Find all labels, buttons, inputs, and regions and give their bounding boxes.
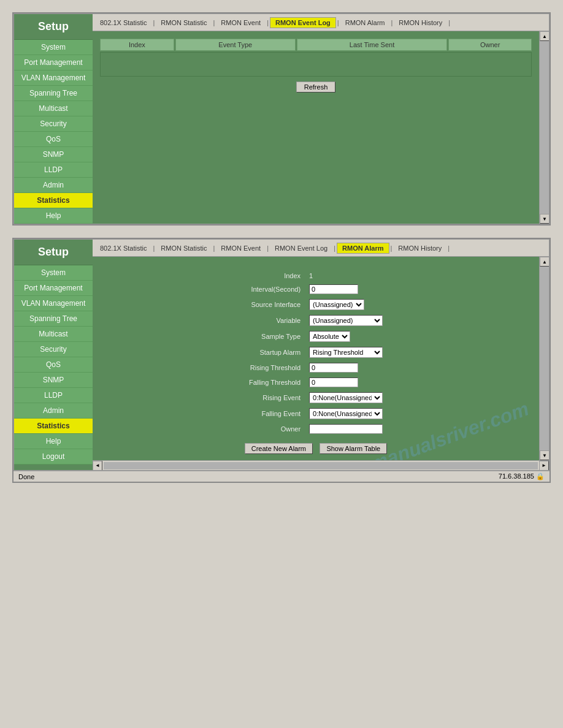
source-select[interactable]: (Unassigned) bbox=[309, 299, 364, 310]
sidebar-item-vlan-1[interactable]: VLAN Management bbox=[14, 70, 93, 86]
sidebar-item-statistics-2[interactable]: Statistics bbox=[14, 419, 93, 434]
sidebar-item-spanning-2[interactable]: Spanning Tree bbox=[14, 311, 93, 327]
sidebar-item-multicast-1[interactable]: Multicast bbox=[14, 101, 93, 116]
source-label: Source Interface bbox=[245, 297, 304, 312]
sidebar-item-system-2[interactable]: System bbox=[14, 265, 93, 281]
sidebar-item-logout-2[interactable]: Logout bbox=[14, 449, 93, 464]
sidebar-title-2: Setup bbox=[14, 240, 93, 265]
falling-thresh-input[interactable] bbox=[309, 377, 358, 387]
interval-input[interactable] bbox=[309, 284, 358, 294]
main-content-2: 802.1X Statistic | RMON Statistic | RMON… bbox=[93, 240, 549, 470]
index-label: Index bbox=[245, 270, 304, 281]
scroll-up-btn-2[interactable]: ▲ bbox=[540, 257, 549, 267]
rising-event-select[interactable]: 0:None(Unassigned) bbox=[309, 392, 383, 403]
tab-rmon-event-1[interactable]: RMON Event bbox=[216, 18, 266, 28]
variable-select[interactable]: (Unassigned) bbox=[309, 315, 383, 326]
event-log-table: Index Event Type Last Time Sent Owner bbox=[99, 37, 533, 78]
index-value: 1 bbox=[305, 270, 386, 281]
rising-thresh-label: Rising Threshold bbox=[245, 361, 304, 374]
sidebar-item-vlan-2[interactable]: VLAN Management bbox=[14, 296, 93, 311]
sidebar-item-lldp-2[interactable]: LLDP bbox=[14, 388, 93, 403]
scroll-down-btn-1[interactable]: ▼ bbox=[540, 214, 549, 224]
status-ip: 71.6.38.185 🔒 bbox=[499, 472, 545, 480]
done-text: Done bbox=[18, 473, 34, 480]
sidebar-item-multicast-2[interactable]: Multicast bbox=[14, 327, 93, 342]
refresh-button-1[interactable]: Refresh bbox=[296, 82, 336, 93]
sample-label: Sample Type bbox=[245, 329, 304, 344]
sidebar-item-port-2[interactable]: Port Management bbox=[14, 281, 93, 296]
sidebar-item-security-1[interactable]: Security bbox=[14, 116, 93, 132]
owner-label: Owner bbox=[245, 422, 304, 436]
sidebar-item-statistics-1[interactable]: Statistics bbox=[14, 193, 93, 208]
main-content-1: 802.1X Statistic | RMON Statistic | RMON… bbox=[93, 14, 549, 224]
sidebar-item-system-1[interactable]: System bbox=[14, 40, 93, 55]
tab-bar-1: 802.1X Statistic | RMON Statistic | RMON… bbox=[93, 14, 549, 31]
sidebar-item-qos-2[interactable]: QoS bbox=[14, 357, 93, 373]
h-scroll-right-btn[interactable]: ► bbox=[539, 461, 549, 471]
variable-label: Variable bbox=[245, 313, 304, 328]
sidebar-item-snmp-2[interactable]: SNMP bbox=[14, 373, 93, 388]
tab-rmon-alarm-2[interactable]: RMON Alarm bbox=[337, 243, 389, 254]
sidebar-title-1: Setup bbox=[14, 14, 93, 40]
scroll-down-btn-2[interactable]: ▼ bbox=[540, 450, 549, 460]
tab-rmon-alarm-1[interactable]: RMON Alarm bbox=[340, 18, 390, 28]
content-panel-1: Index Event Type Last Time Sent Owner Re… bbox=[93, 31, 539, 224]
sidebar-item-snmp-1[interactable]: SNMP bbox=[14, 147, 93, 162]
startup-select[interactable]: Rising Threshold bbox=[309, 347, 383, 358]
sidebar-1: Setup System Port Management VLAN Manage… bbox=[14, 14, 93, 224]
scroll-up-btn-1[interactable]: ▲ bbox=[540, 31, 549, 41]
tab-802-2[interactable]: 802.1X Statistic bbox=[95, 243, 151, 253]
create-alarm-button[interactable]: Create New Alarm bbox=[245, 443, 313, 454]
scroll-track-2[interactable] bbox=[540, 267, 549, 450]
tab-rmon-event-log-2[interactable]: RMON Event Log bbox=[270, 243, 332, 253]
scrollbar-2: ▲ ▼ bbox=[539, 257, 549, 460]
sidebar-item-help-1[interactable]: Help bbox=[14, 208, 93, 224]
sidebar-2: Setup System Port Management VLAN Manage… bbox=[14, 240, 93, 470]
sample-select[interactable]: Absolute bbox=[309, 331, 350, 342]
sidebar-item-admin-2[interactable]: Admin bbox=[14, 403, 93, 419]
h-scroll-left-btn[interactable]: ◄ bbox=[93, 461, 102, 471]
sidebar-item-admin-1[interactable]: Admin bbox=[14, 178, 93, 193]
scrollbar-1: ▲ ▼ bbox=[539, 31, 549, 224]
col-index: Index bbox=[100, 39, 174, 51]
col-owner: Owner bbox=[448, 39, 532, 51]
sidebar-item-help-2[interactable]: Help bbox=[14, 434, 93, 449]
tab-rmon-stat-2[interactable]: RMON Statistic bbox=[156, 243, 212, 253]
sidebar-item-spanning-1[interactable]: Spanning Tree bbox=[14, 86, 93, 101]
sidebar-item-qos-1[interactable]: QoS bbox=[14, 132, 93, 147]
sidebar-item-lldp-1[interactable]: LLDP bbox=[14, 162, 93, 178]
tab-bar-2: 802.1X Statistic | RMON Statistic | RMON… bbox=[93, 240, 549, 257]
col-event-type: Event Type bbox=[175, 39, 296, 51]
falling-thresh-label: Falling Threshold bbox=[245, 376, 304, 389]
scroll-track-1[interactable] bbox=[540, 41, 549, 214]
startup-label: Startup Alarm bbox=[245, 345, 304, 360]
content-panel-2: manualsriver.com Index 1 Interval(Second… bbox=[93, 257, 539, 460]
tab-rmon-history-2[interactable]: RMON History bbox=[393, 243, 446, 253]
rising-thresh-input[interactable] bbox=[309, 363, 358, 373]
falling-event-label: Falling Event bbox=[245, 406, 304, 421]
status-bar: Done 71.6.38.185 🔒 bbox=[13, 471, 550, 482]
sidebar-item-port-1[interactable]: Port Management bbox=[14, 55, 93, 70]
sidebar-item-security-2[interactable]: Security bbox=[14, 342, 93, 357]
alarm-form: Index 1 Interval(Second) Source Interfa bbox=[244, 269, 388, 437]
h-scroll-track[interactable] bbox=[104, 462, 538, 469]
falling-event-select[interactable]: 0:None(Unassigned) bbox=[309, 408, 383, 419]
tab-rmon-event-log-1[interactable]: RMON Event Log bbox=[270, 17, 336, 28]
action-buttons: Create New Alarm Show Alarm Table bbox=[99, 443, 533, 454]
tab-802-1[interactable]: 802.1X Statistic bbox=[95, 18, 151, 28]
tab-rmon-stat-1[interactable]: RMON Statistic bbox=[156, 18, 212, 28]
tab-rmon-event-2[interactable]: RMON Event bbox=[216, 243, 266, 253]
rising-event-label: Rising Event bbox=[245, 390, 304, 405]
show-alarm-table-button[interactable]: Show Alarm Table bbox=[320, 443, 387, 454]
col-last-time: Last Time Sent bbox=[297, 39, 448, 51]
lock-icon: 🔒 bbox=[536, 472, 545, 480]
owner-input[interactable] bbox=[309, 424, 383, 434]
interval-label: Interval(Second) bbox=[245, 282, 304, 296]
tab-rmon-history-1[interactable]: RMON History bbox=[394, 18, 447, 28]
h-scrollbar-2: ◄ ► bbox=[93, 460, 549, 470]
